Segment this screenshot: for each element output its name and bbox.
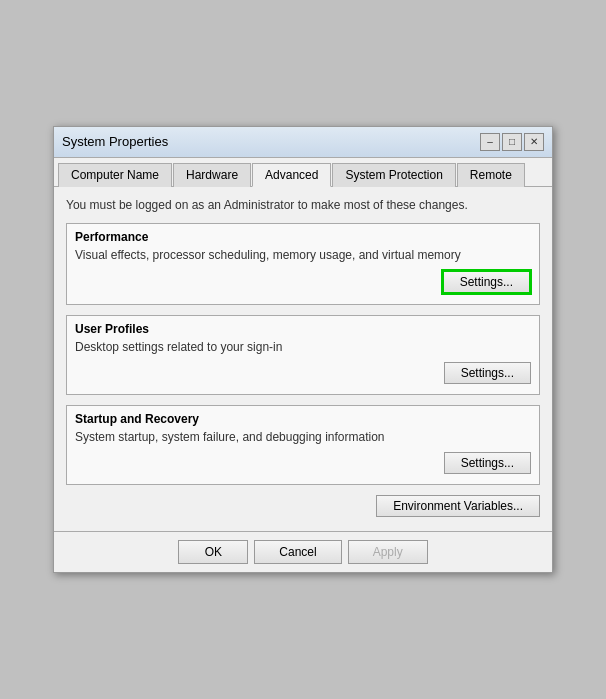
performance-section: Performance Visual effects, processor sc… [66, 223, 540, 305]
admin-notice: You must be logged on as an Administrato… [66, 197, 540, 214]
user-profiles-btn-row: Settings... [75, 362, 531, 384]
close-button[interactable]: ✕ [524, 133, 544, 151]
user-profiles-desc: Desktop settings related to your sign-in [75, 340, 531, 354]
tabs-bar: Computer Name Hardware Advanced System P… [54, 158, 552, 187]
tab-content: You must be logged on as an Administrato… [54, 187, 552, 532]
env-btn-row: Environment Variables... [66, 495, 540, 517]
performance-title: Performance [75, 230, 531, 244]
user-profiles-title: User Profiles [75, 322, 531, 336]
system-properties-window: System Properties – □ ✕ Computer Name Ha… [53, 126, 553, 574]
tab-system-protection[interactable]: System Protection [332, 163, 455, 187]
apply-button[interactable]: Apply [348, 540, 428, 564]
tab-remote[interactable]: Remote [457, 163, 525, 187]
startup-recovery-section: Startup and Recovery System startup, sys… [66, 405, 540, 485]
performance-settings-button[interactable]: Settings... [442, 270, 531, 294]
performance-btn-row: Settings... [75, 270, 531, 294]
startup-recovery-settings-button[interactable]: Settings... [444, 452, 531, 474]
tab-hardware[interactable]: Hardware [173, 163, 251, 187]
title-bar-controls: – □ ✕ [480, 133, 544, 151]
tab-advanced[interactable]: Advanced [252, 163, 331, 187]
cancel-button[interactable]: Cancel [254, 540, 341, 564]
bottom-bar: OK Cancel Apply [54, 531, 552, 572]
user-profiles-settings-button[interactable]: Settings... [444, 362, 531, 384]
startup-recovery-btn-row: Settings... [75, 452, 531, 474]
performance-desc: Visual effects, processor scheduling, me… [75, 248, 531, 262]
minimize-button[interactable]: – [480, 133, 500, 151]
startup-recovery-desc: System startup, system failure, and debu… [75, 430, 531, 444]
startup-recovery-title: Startup and Recovery [75, 412, 531, 426]
maximize-button[interactable]: □ [502, 133, 522, 151]
environment-variables-button[interactable]: Environment Variables... [376, 495, 540, 517]
title-bar: System Properties – □ ✕ [54, 127, 552, 158]
user-profiles-section: User Profiles Desktop settings related t… [66, 315, 540, 395]
window-title: System Properties [62, 134, 168, 149]
tab-computer-name[interactable]: Computer Name [58, 163, 172, 187]
ok-button[interactable]: OK [178, 540, 248, 564]
